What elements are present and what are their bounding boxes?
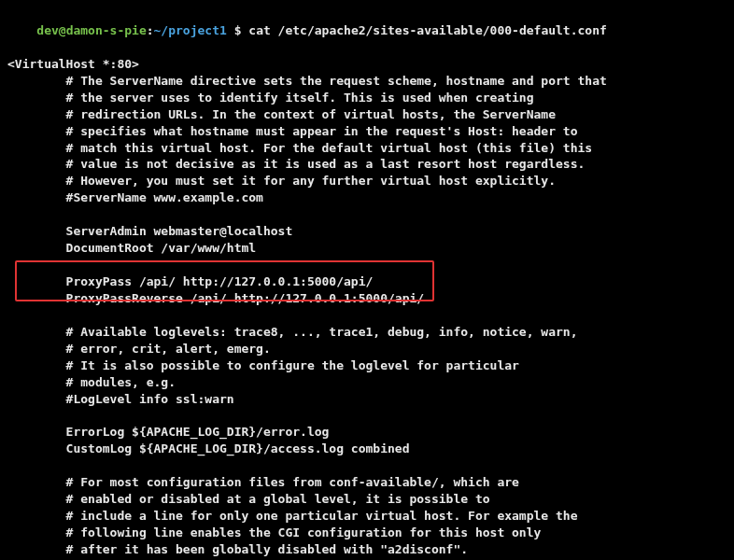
output-line: ProxyPassReverse /api/ http://127.0.0.1:…	[7, 290, 727, 307]
output-line: # However, you must set it for any furth…	[7, 173, 727, 189]
output-line	[7, 408, 727, 425]
output-line: # the server uses to identify itself. Th…	[7, 90, 727, 106]
output-line: CustomLog ${APACHE_LOG_DIR}/access.log c…	[7, 441, 727, 457]
prompt-path: ~/project1	[154, 23, 227, 37]
output-line: # modules, e.g.	[7, 374, 727, 391]
prompt-user: dev	[36, 23, 58, 37]
command-text: cat /etc/apache2/sites-available/000-def…	[248, 23, 607, 37]
prompt-at: @	[59, 23, 66, 37]
output-line: # value is not decisive as it is used as…	[7, 156, 727, 173]
output-line: # error, crit, alert, emerg.	[7, 341, 727, 357]
output-line: ServerAdmin webmaster@localhost	[7, 223, 727, 240]
output-line: # specifies what hostname must appear in…	[7, 123, 727, 140]
output-line: # enabled or disabled at a global level,…	[7, 491, 727, 508]
output-line	[7, 307, 727, 324]
output-line: # For most configuration files from conf…	[7, 474, 727, 491]
prompt-line-1: dev@damon-s-pie:~/project1 $ cat /etc/ap…	[7, 6, 727, 56]
output-line	[7, 257, 727, 273]
output-line: #ServerName www.example.com	[7, 189, 727, 206]
output-line: ErrorLog ${APACHE_LOG_DIR}/error.log	[7, 424, 727, 441]
prompt-colon: :	[147, 23, 154, 37]
output-line: # following line enables the CGI configu…	[7, 525, 727, 541]
output-line	[7, 457, 727, 474]
output-line: DocumentRoot /var/www/html	[7, 240, 727, 257]
output-line: # It is also possible to configure the l…	[7, 357, 727, 374]
output-line: # include a line for only one particular…	[7, 508, 727, 525]
prompt-dollar: $	[227, 23, 248, 37]
output-line: # match this virtual host. For the defau…	[7, 140, 727, 157]
prompt-host: damon-s-pie	[66, 23, 147, 37]
file-output: <VirtualHost *:80> # The ServerName dire…	[7, 56, 727, 560]
output-line: <VirtualHost *:80>	[7, 56, 727, 73]
output-line: # after it has been globally disabled wi…	[7, 541, 727, 558]
output-line: #LogLevel info ssl:warn	[7, 391, 727, 408]
output-line: # The ServerName directive sets the requ…	[7, 73, 727, 90]
output-line	[7, 206, 727, 223]
output-line: # redirection URLs. In the context of vi…	[7, 106, 727, 123]
output-line: ProxyPass /api/ http://127.0.0.1:5000/ap…	[7, 273, 727, 290]
output-line: # Available loglevels: trace8, ..., trac…	[7, 324, 727, 341]
terminal-viewport[interactable]: dev@damon-s-pie:~/project1 $ cat /etc/ap…	[7, 6, 727, 560]
